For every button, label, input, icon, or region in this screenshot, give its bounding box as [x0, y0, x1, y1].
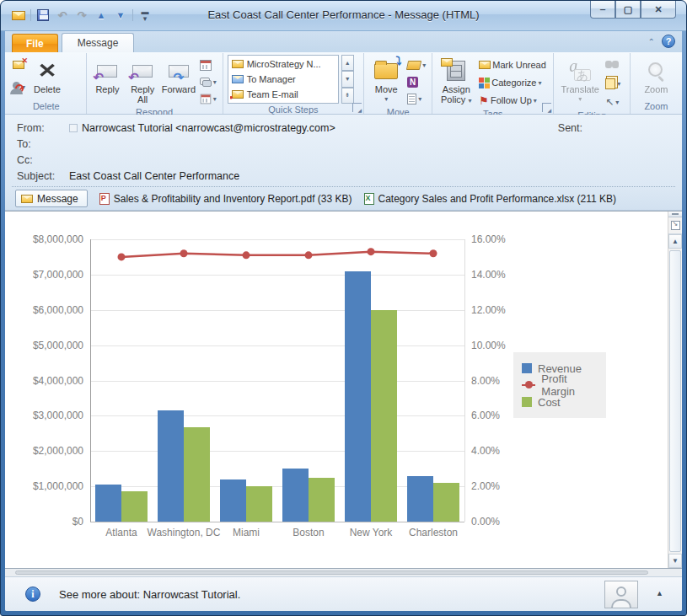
delete-x-icon: ✕	[37, 66, 56, 76]
legend-line-marker-icon	[522, 384, 535, 386]
find-button[interactable]	[604, 57, 622, 72]
y-axis-tick-right: 0.00%	[471, 516, 500, 528]
x-axis-label: Charleston	[396, 527, 470, 539]
scroll-up-button[interactable]: ▲	[668, 234, 682, 249]
quick-steps-scroll-up[interactable]: ▲	[341, 55, 354, 71]
categorize-label: Categorize	[491, 78, 536, 88]
quick-steps-dialog-launcher[interactable]	[352, 103, 362, 112]
rules-button[interactable]: ▾	[405, 57, 427, 72]
ribbon-group-respond: ↶ Reply ↶ Reply All ↷ Forward ▾ ▾	[87, 53, 223, 114]
related-button[interactable]: ▾	[604, 76, 622, 91]
y-axis-tick-right: 4.00%	[471, 445, 500, 457]
y-axis-tick-right: 16.00%	[471, 233, 506, 245]
y-axis-tick-left: $4,000,000	[18, 375, 83, 387]
move-button[interactable]: ⤵ Move ▾	[368, 56, 404, 106]
im-button[interactable]: ▾	[198, 74, 218, 89]
meeting-button[interactable]	[198, 57, 218, 72]
ribbon-group-delete: ✕ ▾ ✕ Delete Delete	[7, 53, 87, 114]
delete-label: Delete	[34, 84, 61, 94]
mark-unread-button[interactable]: Mark Unread	[477, 57, 548, 72]
tab-message[interactable]: Message	[62, 33, 135, 52]
quick-steps-more[interactable]: ⇟	[341, 88, 354, 104]
categorize-button[interactable]: Categorize▾	[477, 75, 548, 90]
forward-button[interactable]: ↷ Forward	[161, 56, 196, 106]
close-button[interactable]: ✕	[641, 1, 676, 19]
ignore-button[interactable]: ✕	[11, 57, 27, 72]
message-view-tab[interactable]: Message	[15, 190, 88, 207]
scroll-down-button[interactable]: ▼	[668, 554, 682, 568]
quick-steps-scroll-down[interactable]: ▼	[341, 71, 354, 87]
subject-value: East Coast Call Center Performance	[69, 170, 239, 182]
message-tab-icon	[21, 195, 33, 203]
forward-icon: ↷	[169, 65, 189, 78]
attachment-bar: Message Sales & Profitability and Invent…	[5, 187, 682, 211]
quick-step-microstrategy[interactable]: MicroStrategy N...	[230, 57, 336, 72]
y-axis-tick-right: 6.00%	[471, 410, 500, 421]
actions-button[interactable]: ▾	[405, 91, 427, 106]
collapse-ribbon-icon[interactable]: ⌃	[648, 37, 655, 46]
chevron-down-icon: ▾	[384, 94, 388, 104]
vertical-scrollbar[interactable]: ▲ ▼	[668, 212, 682, 568]
more-respond-button[interactable]: ▾	[198, 91, 218, 106]
window-content: File Message ⌃ ? ✕ ▾	[5, 31, 682, 611]
y-axis-tick-left: $6,000,000	[18, 304, 83, 316]
ignore-icon: ✕	[13, 61, 24, 69]
junk-button[interactable]: ▾	[11, 79, 27, 94]
mark-unread-label: Mark Unread	[492, 60, 546, 70]
y-axis-tick-left: $0	[18, 516, 83, 528]
scrollbar-track[interactable]	[668, 249, 682, 554]
quick-step-label: Team E-mail	[247, 89, 298, 99]
y-axis-tick-right: 8.00%	[471, 375, 500, 387]
zoom-button[interactable]: Zoom	[636, 56, 675, 100]
chart-legend: RevenueProfit MarginCost	[513, 352, 606, 418]
message-header: From: Narrowcast Tutorial <narrowcast@mi…	[5, 115, 682, 187]
tab-file[interactable]: File	[12, 34, 58, 52]
horizontal-scrollbar-thumb[interactable]	[15, 570, 648, 575]
assign-policy-button[interactable]: Assign Policy ▾	[437, 56, 475, 108]
scrollbar-thumb[interactable]	[669, 250, 681, 552]
y-axis-tick-left: $5,000,000	[18, 340, 83, 351]
quick-step-icon	[232, 60, 244, 68]
delete-button[interactable]: ✕ Delete	[29, 56, 66, 100]
attachment-xlsx[interactable]: Category Sales and Profit Performance.xl…	[364, 193, 617, 205]
sent-label: Sent:	[558, 122, 582, 134]
quick-step-icon	[232, 75, 244, 83]
quick-steps-list: MicroStrategy N... To Manager ● Team E-m…	[228, 55, 339, 104]
header-row-to: To:	[5, 136, 682, 152]
group-label-zoom: Zoom	[631, 100, 682, 114]
quick-step-icon: ●	[232, 90, 244, 99]
follow-up-button[interactable]: ⚑ Follow Up▾	[477, 93, 548, 108]
reply-all-button[interactable]: ↶ Reply All	[126, 56, 159, 106]
people-pane-collapse-icon[interactable]: ▲	[656, 589, 663, 597]
legend-item-profit-margin: Profit Margin	[522, 377, 598, 394]
minimize-button[interactable]: ‒	[590, 1, 615, 19]
window-controls: ‒ ▢ ✕	[590, 1, 676, 19]
browse-object-button[interactable]	[668, 217, 682, 234]
quick-step-team-email[interactable]: ● Team E-mail	[230, 87, 336, 101]
reply-button[interactable]: ↶ Reply	[91, 56, 125, 106]
horizontal-scrollbar[interactable]	[5, 569, 682, 576]
translate-button[interactable]: aあ Translate ▾	[558, 56, 602, 110]
from-value: Narrowcast Tutorial <narrowcast@microstr…	[69, 122, 335, 134]
maximize-button[interactable]: ▢	[615, 1, 641, 19]
onenote-button[interactable]: N	[405, 74, 427, 89]
attachment-pdf[interactable]: Sales & Profitability and Inventory Repo…	[99, 193, 352, 205]
from-address: Narrowcast Tutorial <narrowcast@microstr…	[82, 122, 335, 134]
actions-icon	[407, 94, 416, 104]
select-button[interactable]: ↖▾	[604, 94, 622, 110]
assign-policy-icon	[447, 61, 465, 81]
y-axis-tick-right: 2.00%	[471, 480, 500, 492]
performance-chart: $00.00%$1,000,0002.00%$2,000,0004.00%$3,…	[14, 218, 630, 565]
header-row-subject: Subject: East Coast Call Center Performa…	[5, 168, 682, 184]
quick-step-to-manager[interactable]: To Manager	[230, 72, 336, 87]
onenote-icon: N	[407, 77, 418, 88]
pdf-file-icon	[99, 193, 110, 205]
line-profit-margin	[90, 239, 464, 522]
ribbon-group-editing: aあ Translate ▾ ▾ ↖▾ Editing	[554, 53, 631, 114]
rules-icon	[406, 61, 421, 70]
help-icon[interactable]: ?	[662, 35, 675, 48]
tags-dialog-launcher[interactable]	[542, 103, 551, 112]
split-handle[interactable]	[668, 212, 682, 217]
avatar[interactable]	[604, 581, 638, 608]
cc-label: Cc:	[5, 154, 69, 166]
